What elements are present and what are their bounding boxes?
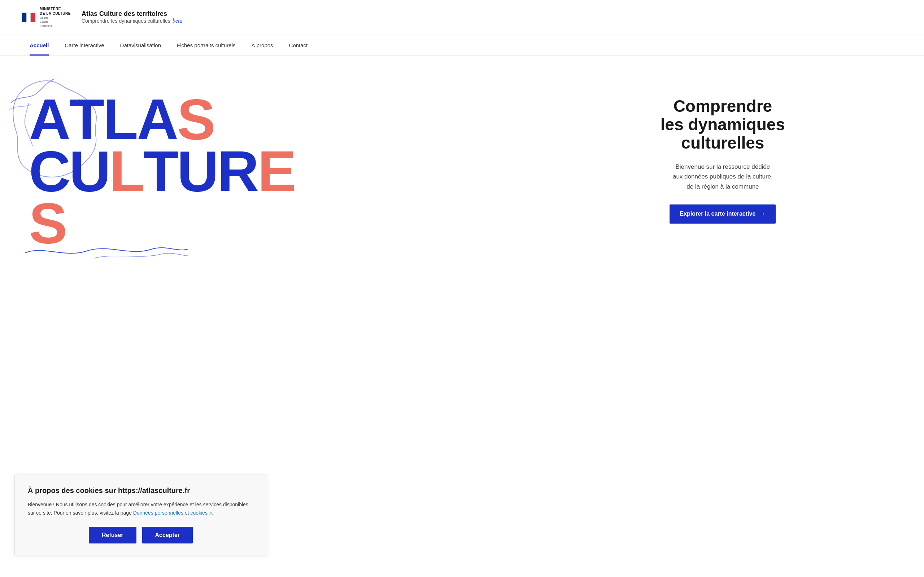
nav-item-apropos[interactable]: À propos (244, 35, 281, 56)
culture-E: E (258, 145, 295, 197)
hero-heading-line3: culturelles (681, 134, 764, 152)
site-title: Atlas Culture des territoires (82, 10, 182, 18)
hero-content: Comprendre les dynamiques culturelles Bi… (536, 56, 924, 265)
culture-U2: U (177, 145, 218, 197)
atlas-line: A T L A S (29, 93, 536, 145)
hero-heading-line2: les dynamiques (661, 115, 785, 134)
logo-liberte: Liberté (40, 16, 71, 20)
logo-fraternite: Fraternité (40, 24, 71, 28)
logo-ministere-line2: DE LA CULTURE (40, 11, 71, 16)
flag-icon (22, 13, 36, 22)
site-subtitle: Comprendre les dynamiques culturelles be… (82, 18, 182, 24)
hero-heading: Comprendre les dynamiques culturelles (551, 97, 895, 152)
third-S: S (29, 197, 66, 249)
atlas-A: A (29, 93, 69, 145)
flag-white-stripe (26, 13, 31, 22)
culture-T: T (143, 145, 177, 197)
logo-ministere-line1: MINISTÈRE (40, 6, 71, 11)
nav-item-dataviz[interactable]: Datavisualisation (112, 35, 169, 56)
culture-R: R (217, 145, 258, 197)
hero-graphic: A T L A S C U L T U R E (0, 56, 536, 265)
culture-L: L (109, 145, 143, 197)
atlas-A2: A (137, 93, 177, 145)
hero-section: A T L A S C U L T U R E (0, 56, 924, 265)
atlas-L: L (103, 93, 137, 145)
u-circle-decoration (183, 157, 212, 186)
logo-flag (22, 13, 36, 22)
cta-button[interactable]: Explorer la carte interactive → (670, 205, 775, 224)
culture-U: U (69, 145, 110, 197)
nav-item-carte[interactable]: Carte interactive (57, 35, 112, 56)
logo-area: MINISTÈRE DE LA CULTURE Liberté Égalité … (22, 6, 71, 28)
culture-line: C U L T U R E (29, 145, 536, 197)
header-title-area: Atlas Culture des territoires Comprendre… (82, 10, 182, 24)
nav-item-accueil[interactable]: Accueil (22, 35, 57, 56)
c-decoration (40, 158, 66, 184)
main-nav: Accueil Carte interactive Datavisualisat… (0, 35, 924, 56)
header: MINISTÈRE DE LA CULTURE Liberté Égalité … (0, 0, 924, 35)
nav-item-contact[interactable]: Contact (281, 35, 316, 56)
third-line: S (29, 197, 536, 249)
hero-letters: A T L A S C U L T U R E (0, 72, 536, 249)
atlas-T: T (69, 93, 103, 145)
hero-heading-line1: Comprendre (674, 97, 772, 115)
atlas-S: S (177, 93, 215, 145)
cta-arrow-icon: → (759, 210, 766, 218)
flag-red-stripe (31, 13, 36, 22)
logo-egalite: Égalité (40, 20, 71, 24)
nav-item-fiches[interactable]: Fiches portraits culturels (169, 35, 244, 56)
flag-blue-stripe (22, 13, 26, 22)
subtitle-text: Comprendre les dynamiques culturelles (82, 18, 170, 24)
cta-label: Explorer la carte interactive (680, 211, 756, 217)
bottom-wave (22, 242, 188, 260)
culture-C: C (29, 145, 69, 197)
hero-description: Bienvenue sur la ressource dédiéeaux don… (551, 162, 895, 192)
beta-label: beta (173, 18, 183, 24)
logo-text: MINISTÈRE DE LA CULTURE Liberté Égalité … (40, 6, 71, 28)
